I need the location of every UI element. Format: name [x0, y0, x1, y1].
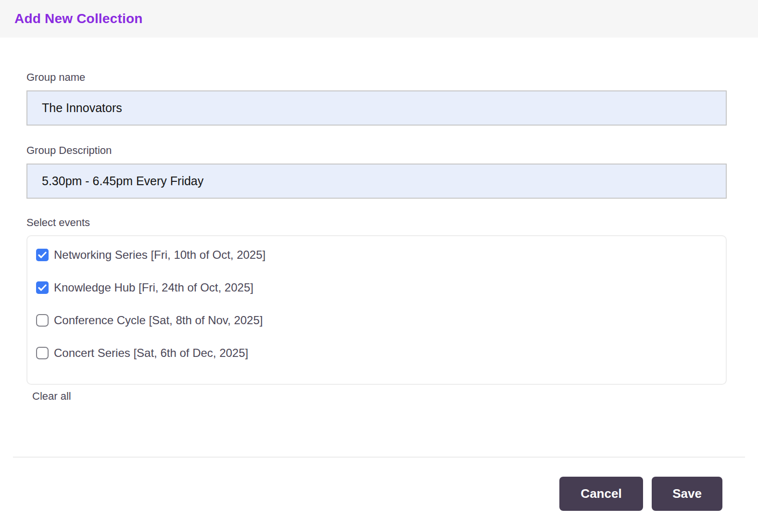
group-name-label: Group name	[26, 71, 727, 84]
save-button[interactable]: Save	[652, 477, 722, 511]
event-label: Knowledge Hub [Fri, 24th of Oct, 2025]	[54, 280, 253, 295]
group-description-input[interactable]	[26, 164, 727, 199]
select-events-label: Select events	[26, 216, 727, 229]
collection-form: Group name Group Description Select even…	[0, 38, 758, 403]
event-checkbox[interactable]	[36, 314, 49, 327]
group-name-input[interactable]	[26, 90, 727, 126]
event-checkbox[interactable]	[36, 249, 49, 261]
footer-actions: Cancel Save	[0, 477, 758, 511]
page-title: Add New Collection	[14, 11, 143, 26]
group-description-label: Group Description	[26, 144, 727, 157]
event-checkbox[interactable]	[36, 281, 49, 294]
checkmark-icon	[38, 284, 47, 291]
group-name-field-group: Group name	[26, 71, 727, 126]
select-events-field-group: Select events Networking Series [Fri, 10…	[26, 216, 727, 403]
event-label: Networking Series [Fri, 10th of Oct, 202…	[54, 248, 265, 262]
event-checkbox-row[interactable]: Concert Series [Sat, 6th of Dec, 2025]	[36, 346, 716, 360]
events-checkbox-list: Networking Series [Fri, 10th of Oct, 202…	[26, 235, 727, 385]
event-checkbox-row[interactable]: Networking Series [Fri, 10th of Oct, 202…	[36, 248, 716, 262]
event-label: Concert Series [Sat, 6th of Dec, 2025]	[54, 346, 248, 360]
add-new-collection-page: Add New Collection Group name Group Desc…	[0, 0, 758, 532]
group-description-field-group: Group Description	[26, 144, 727, 199]
event-checkbox-row[interactable]: Knowledge Hub [Fri, 24th of Oct, 2025]	[36, 280, 716, 295]
clear-all-link[interactable]: Clear all	[32, 390, 71, 403]
footer-divider	[13, 456, 745, 458]
page-header: Add New Collection	[0, 0, 758, 38]
cancel-button[interactable]: Cancel	[559, 477, 643, 511]
event-label: Conference Cycle [Sat, 8th of Nov, 2025]	[54, 313, 263, 328]
event-checkbox[interactable]	[36, 347, 49, 359]
event-checkbox-row[interactable]: Conference Cycle [Sat, 8th of Nov, 2025]	[36, 313, 716, 328]
checkmark-icon	[38, 252, 47, 258]
